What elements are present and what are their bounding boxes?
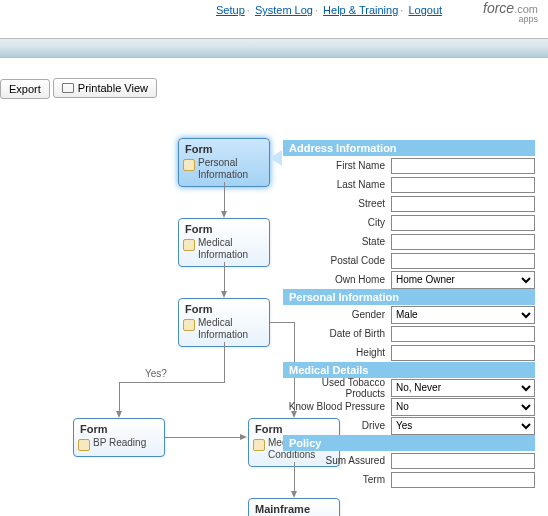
form-icon: [183, 319, 195, 331]
select-gender[interactable]: Male: [391, 306, 535, 324]
arrow: [119, 382, 120, 412]
properties-panel: Address Information First Name Last Name…: [283, 140, 535, 489]
flow-node-bp-reading[interactable]: Form BP Reading: [73, 418, 165, 457]
form-icon: [78, 439, 90, 451]
label-bp: Know Blood Pressure: [283, 401, 391, 412]
flow-canvas[interactable]: Form Personal Information Form Medical I…: [0, 110, 548, 516]
select-own-home[interactable]: Home Owner: [391, 271, 535, 289]
input-sum-assured[interactable]: [391, 453, 535, 469]
link-system-log[interactable]: System Log: [255, 4, 313, 16]
label-first-name: First Name: [283, 160, 391, 171]
section-header-address: Address Information: [283, 140, 535, 156]
node-title: Mainframe: [249, 499, 339, 515]
input-city[interactable]: [391, 215, 535, 231]
logo-text: force: [483, 0, 514, 16]
flow-node-mainframe-assess[interactable]: Mainframe Assess: [248, 498, 340, 516]
node-subtitle: Medical Information: [198, 237, 265, 261]
link-setup[interactable]: Setup: [216, 4, 245, 16]
input-last-name[interactable]: [391, 177, 535, 193]
label-sum-assured: Sum Assured: [283, 455, 391, 466]
section-header-policy: Policy: [283, 435, 535, 451]
toolbar: Export Printable View: [0, 78, 157, 99]
node-subtitle: Personal Information: [198, 157, 265, 181]
label-own-home: Own Home: [283, 274, 391, 285]
input-term[interactable]: [391, 472, 535, 488]
select-drive[interactable]: Yes: [391, 417, 535, 435]
flow-node-personal-info[interactable]: Form Personal Information: [178, 138, 270, 187]
edge-label-yes: Yes?: [145, 368, 167, 379]
label-gender: Gender: [283, 309, 391, 320]
node-subtitle: Medical Information: [198, 317, 265, 341]
printer-icon: [62, 83, 74, 93]
node-title: Form: [179, 219, 269, 235]
arrow-segment: [119, 382, 225, 383]
form-icon: [183, 239, 195, 251]
select-bp[interactable]: No: [391, 398, 535, 416]
top-header: Setup· System Log· Help & Training· Logo…: [0, 0, 548, 26]
input-state[interactable]: [391, 234, 535, 250]
logo: force.com apps: [483, 0, 538, 24]
utility-bar: [0, 38, 548, 58]
input-postal-code[interactable]: [391, 253, 535, 269]
label-height: Height: [283, 347, 391, 358]
input-dob[interactable]: [391, 326, 535, 342]
form-icon: [253, 439, 265, 451]
label-state: State: [283, 236, 391, 247]
input-height[interactable]: [391, 345, 535, 361]
form-icon: [183, 159, 195, 171]
label-postal: Postal Code: [283, 255, 391, 266]
label-last-name: Last Name: [283, 179, 391, 190]
node-subtitle: BP Reading: [93, 437, 146, 449]
input-first-name[interactable]: [391, 158, 535, 174]
label-dob: Date of Birth: [283, 328, 391, 339]
label-drive: Drive: [283, 420, 391, 431]
arrow-segment: [224, 342, 225, 382]
label-city: City: [283, 217, 391, 228]
section-header-personal-info: Personal Information: [283, 289, 535, 305]
arrow: [165, 437, 241, 438]
link-help-training[interactable]: Help & Training: [323, 4, 398, 16]
label-street: Street: [283, 198, 391, 209]
select-tobacco[interactable]: No, Never: [391, 379, 535, 397]
printable-view-button[interactable]: Printable View: [53, 78, 157, 98]
arrow: [224, 262, 225, 292]
flow-node-medical-info-1[interactable]: Form Medical Information: [178, 218, 270, 267]
help-links: Setup· System Log· Help & Training· Logo…: [216, 4, 442, 16]
input-street[interactable]: [391, 196, 535, 212]
label-term: Term: [283, 474, 391, 485]
printable-view-label: Printable View: [78, 82, 148, 94]
flow-node-medical-info-2[interactable]: Form Medical Information: [178, 298, 270, 347]
node-title: Form: [179, 299, 269, 315]
panel-pointer-icon: [270, 150, 282, 166]
node-title: Form: [179, 139, 269, 155]
label-tobacco: Used Tobacco Products: [283, 377, 391, 399]
arrow: [224, 182, 225, 212]
link-logout[interactable]: Logout: [408, 4, 442, 16]
node-title: Form: [74, 419, 164, 435]
export-button[interactable]: Export: [0, 79, 50, 99]
